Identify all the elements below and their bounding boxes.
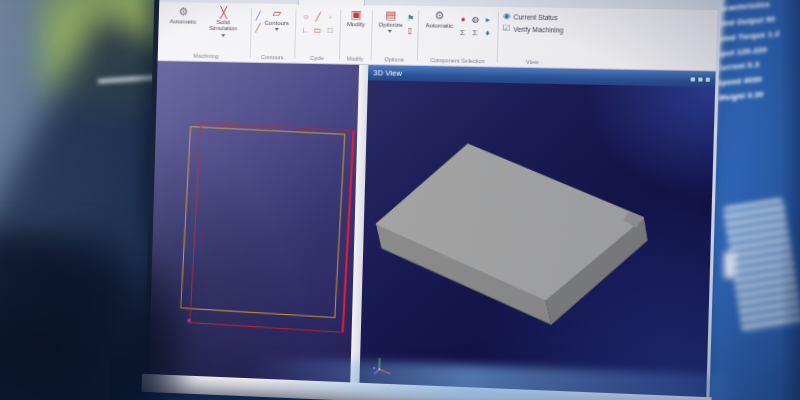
dropdown-caret-icon: [274, 28, 278, 31]
button-label: Solid Simulation: [202, 19, 244, 33]
2d-sketch: [149, 61, 359, 382]
toggle-label: Current Status: [514, 13, 558, 21]
record-icon[interactable]: ●: [457, 14, 469, 26]
contour-icon: ▱: [272, 8, 281, 19]
stop-icon[interactable]: ◍: [470, 14, 482, 26]
ribbon-group-cycle: ○ ╱ ◦ ∟ ▭ □ Cycle: [296, 5, 339, 63]
ribbon-group-options: ▤ Optimize ⚑ ▯ Options: [372, 6, 418, 65]
sum-icon[interactable]: Σ: [469, 27, 481, 39]
group-label: Cycle: [299, 54, 335, 64]
verify-machining-toggle[interactable]: ☑ Verify Machining: [503, 24, 564, 33]
gear-icon: ⚙: [178, 6, 188, 17]
status-icon: ◉: [503, 12, 511, 20]
3d-viewport[interactable]: [359, 80, 715, 397]
corner-tool-icon[interactable]: ∟: [300, 24, 312, 36]
gear-icon: ⚙: [434, 10, 445, 21]
button-label: Modify: [347, 21, 365, 28]
active-ribbon-tab[interactable]: [298, 0, 365, 6]
simulation-icon: ╳: [220, 7, 227, 18]
ribbon-group-modify: ▣ Modify Modify: [341, 6, 371, 64]
ribbon-group-component-selection: ⚙ Automatic ● ◍ ▸ Σ Σ ♦ Component Select…: [419, 7, 497, 67]
monitor: ⚙ Automatic ╳ Solid Simulation Machining: [143, 0, 720, 400]
stock-block-3d[interactable]: [359, 80, 715, 397]
ribbon-group-machining: ⚙ Automatic ╳ Solid Simulation Machining: [164, 3, 250, 62]
dropdown-caret-icon: [388, 30, 392, 33]
current-status-toggle[interactable]: ◉ Current Status: [503, 12, 558, 21]
automatic-selection-button[interactable]: ⚙ Automatic: [423, 9, 455, 30]
dropdown-caret-icon: [221, 34, 225, 37]
ribbon-toolbar: ⚙ Automatic ╳ Solid Simulation Machining: [158, 2, 718, 71]
window-controls: [691, 77, 710, 82]
square-tool-icon[interactable]: □: [324, 25, 336, 37]
ribbon-group-contours: ╱ ╱ ▱ Contours Contours: [251, 4, 294, 62]
workspace: 3D View: [149, 61, 716, 397]
flag-icon[interactable]: ⚑: [407, 13, 415, 24]
pencil-blue-icon[interactable]: ╱: [255, 11, 260, 22]
document-icon[interactable]: ▯: [406, 25, 414, 36]
select-icon[interactable]: ♦: [482, 27, 494, 39]
solid-simulation-button[interactable]: ╳ Solid Simulation: [200, 6, 247, 39]
toggle-label: Verify Machining: [513, 25, 563, 33]
maximize-icon[interactable]: [698, 77, 702, 81]
minimize-icon[interactable]: [691, 77, 695, 81]
sum-icon[interactable]: Σ: [457, 27, 469, 39]
button-label: Optimize: [378, 22, 402, 29]
modify-button[interactable]: ▣ Modify: [345, 8, 368, 29]
modify-icon: ▣: [351, 9, 362, 20]
origin-marker: [188, 319, 191, 322]
verify-icon: ☑: [503, 24, 511, 32]
axis-triad-icon: [372, 355, 395, 378]
button-label: Contours: [264, 20, 289, 27]
pencil-red-icon[interactable]: ╱: [255, 23, 260, 34]
3d-view-panel: 3D View: [359, 65, 715, 397]
optimize-icon: ▤: [385, 9, 396, 20]
optimize-button[interactable]: ▤ Optimize: [376, 8, 405, 34]
2d-view-panel[interactable]: [149, 61, 359, 382]
contours-button[interactable]: ▱ Contours: [262, 7, 291, 33]
panel-title: 3D View: [373, 68, 402, 78]
button-label: Automatic: [170, 18, 197, 25]
application-window: ⚙ Automatic ╳ Solid Simulation Machining: [144, 0, 721, 397]
close-icon[interactable]: [706, 77, 710, 81]
node-tool-icon[interactable]: ◦: [324, 12, 336, 24]
line-tool-icon[interactable]: ╱: [312, 11, 324, 23]
group-label: Machining: [167, 51, 246, 61]
button-label: Automatic: [425, 22, 453, 29]
group-label: Modify: [344, 54, 366, 64]
panel-shadow: [780, 0, 800, 400]
group-label: View: [502, 57, 563, 67]
ribbon-group-view: ◉ Current Status ☑ Verify Machining View: [499, 8, 568, 68]
automatic-button[interactable]: ⚙ Automatic: [168, 5, 199, 26]
photo-scene: Characteristics Rated Output 90 Rated To…: [0, 0, 800, 400]
stock-outline-red[interactable]: [189, 123, 354, 333]
circle-tool-icon[interactable]: ○: [300, 11, 312, 23]
group-label: Options: [375, 55, 413, 65]
play-icon[interactable]: ▸: [482, 14, 494, 26]
group-label: Contours: [254, 53, 290, 63]
group-label: Component Selection: [422, 56, 492, 66]
rect-tool-icon[interactable]: ▭: [312, 25, 324, 37]
